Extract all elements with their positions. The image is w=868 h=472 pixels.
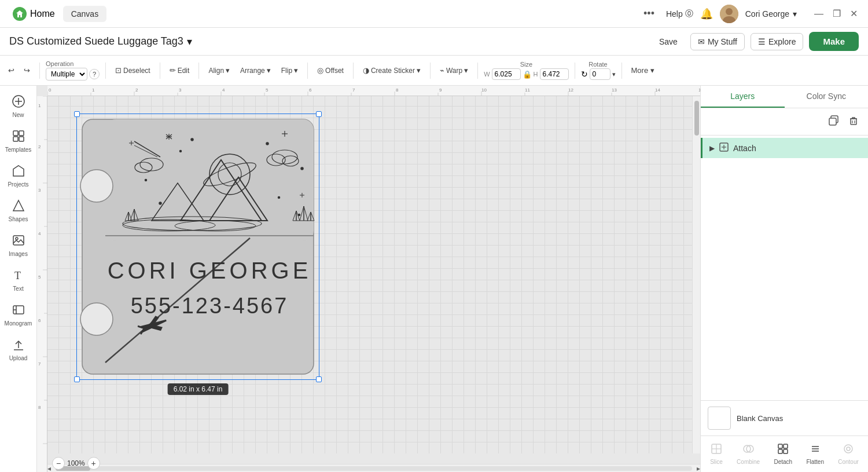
operation-help-button[interactable]: ? (89, 69, 100, 79)
svg-rect-133 (778, 444, 782, 448)
more-button[interactable]: ••• (639, 5, 659, 22)
help-button[interactable]: Help ⓪ (666, 9, 693, 19)
svg-text:14: 14 (655, 87, 660, 93)
layer-chevron-icon: ▶ (709, 144, 715, 152)
user-menu-button[interactable]: Cori George ▾ (745, 9, 797, 19)
redo-icon: ↪ (24, 66, 30, 75)
svg-text:8: 8 (38, 405, 41, 410)
svg-text:6: 6 (38, 318, 41, 323)
layer-name: Attach (733, 144, 756, 153)
contour-button[interactable]: Contour (833, 441, 863, 467)
svg-point-13 (16, 237, 18, 240)
warp-icon: ⌁ (440, 66, 444, 75)
scroll-left-button[interactable]: ◂ (47, 464, 51, 473)
deselect-button[interactable]: ⊡ Deselect (112, 64, 154, 77)
explore-button[interactable]: ☰ Explore (751, 33, 803, 50)
save-button[interactable]: Save (652, 34, 685, 50)
divider-2 (105, 63, 106, 79)
sidebar-item-text[interactable]: T Text (2, 264, 35, 297)
scrollbar-v-thumb[interactable] (694, 101, 699, 136)
upload-icon (12, 338, 25, 354)
svg-point-102 (278, 197, 280, 199)
sticker-chevron-icon: ▾ (417, 66, 421, 75)
flatten-icon (810, 443, 821, 458)
canvas-content[interactable]: CORI GEORGE 555-123-4567 6.02 in x 6.47 … (47, 96, 700, 453)
undo-button[interactable]: ↩ (5, 64, 18, 77)
canvas-tab[interactable]: Canvas (63, 6, 106, 22)
sidebar-item-images[interactable]: Images (2, 229, 35, 262)
svg-point-97 (191, 138, 193, 141)
sidebar-item-monogram[interactable]: Monogram (2, 299, 35, 331)
create-sticker-button[interactable]: ◑ Create Sticker ▾ (359, 64, 424, 77)
svg-rect-135 (778, 449, 782, 453)
flip-button[interactable]: Flip ▾ (278, 64, 301, 77)
tab-layers[interactable]: Layers (701, 86, 785, 108)
size-label: Size (520, 61, 532, 68)
divider-8 (477, 63, 478, 79)
maximize-button[interactable]: ❐ (829, 7, 844, 20)
width-input[interactable] (492, 68, 521, 80)
svg-text:555-123-4567: 555-123-4567 (131, 294, 289, 318)
flatten-button[interactable]: Flatten (801, 441, 829, 467)
tab-color-sync[interactable]: Color Sync (785, 86, 869, 108)
detach-label: Detach (774, 459, 792, 465)
svg-text:5: 5 (266, 87, 269, 93)
detach-button[interactable]: Detach (769, 441, 797, 467)
scrollbar-vertical[interactable] (692, 96, 700, 453)
zoom-level: 100% (67, 459, 85, 467)
arrange-button[interactable]: Arrange ▾ (237, 64, 274, 77)
duplicate-layer-button[interactable] (826, 113, 841, 130)
svg-point-103 (159, 202, 161, 204)
svg-text:T: T (14, 270, 21, 281)
warp-button[interactable]: ⌁ Warp ▾ (436, 64, 472, 77)
align-button[interactable]: Align ▾ (205, 64, 233, 77)
mystuff-icon: ✉ (698, 37, 705, 46)
scroll-right-button[interactable]: ▸ (697, 464, 700, 473)
make-button[interactable]: Make (809, 32, 859, 51)
svg-rect-121 (829, 118, 836, 125)
panel-bottom-tools: Slice Combine Detach (701, 436, 868, 472)
blank-canvas-row[interactable]: Blank Canvas (701, 401, 868, 436)
flip-chevron-icon: ▾ (294, 66, 298, 75)
home-tab[interactable]: Home (7, 5, 61, 23)
operation-select[interactable]: Multiple (46, 68, 87, 81)
zoom-in-button[interactable]: + (87, 457, 100, 470)
design-object[interactable]: CORI GEORGE 555-123-4567 6.02 in x 6.47 … (76, 114, 319, 380)
height-input[interactable] (540, 68, 569, 80)
svg-marker-11 (13, 200, 24, 211)
offset-button[interactable]: ◎ Offset (314, 64, 347, 77)
svg-point-100 (301, 167, 303, 170)
scrollbar-h-track[interactable] (56, 466, 692, 471)
edit-button[interactable]: ✏ Edit (166, 64, 193, 77)
rotate-chevron-button[interactable]: ▾ (612, 71, 616, 78)
edit-icon: ✏ (170, 66, 176, 75)
project-title[interactable]: DS Customized Suede Luggage Tag3 ▾ (9, 35, 192, 48)
sidebar-item-upload[interactable]: Upload (2, 334, 35, 366)
sidebar-monogram-label: Monogram (5, 320, 32, 327)
sidebar-item-templates[interactable]: Templates (2, 125, 35, 158)
delete-layer-button[interactable] (846, 113, 861, 130)
size-tooltip: 6.02 in x 6.47 in (168, 383, 229, 395)
minimize-button[interactable]: — (811, 7, 827, 20)
my-stuff-button[interactable]: ✉ My Stuff (690, 33, 745, 50)
new-icon (12, 95, 25, 111)
close-button[interactable]: ✕ (847, 7, 861, 20)
slice-button[interactable]: Slice (705, 441, 727, 467)
rotate-input[interactable] (590, 68, 610, 80)
notification-button[interactable]: 🔔 (700, 8, 713, 20)
sidebar-item-projects[interactable]: Projects (2, 160, 35, 192)
blank-canvas-thumbnail (708, 407, 731, 430)
shapes-icon (12, 199, 25, 215)
sidebar-item-shapes[interactable]: Shapes (2, 195, 35, 227)
zoom-out-button[interactable]: − (52, 457, 65, 470)
divider-3 (160, 63, 160, 79)
divider-6 (353, 63, 354, 79)
sidebar-item-new[interactable]: New (2, 90, 35, 123)
redo-button[interactable]: ↪ (20, 64, 34, 77)
more-options-button[interactable]: More ▾ (628, 64, 658, 77)
svg-text:7: 7 (38, 361, 41, 367)
svg-text:2: 2 (135, 87, 138, 93)
layer-item-attach[interactable]: ▶ Attach (701, 138, 868, 158)
scrollbar-horizontal[interactable]: ◂ ▸ (47, 464, 700, 472)
combine-button[interactable]: Combine (732, 441, 764, 467)
